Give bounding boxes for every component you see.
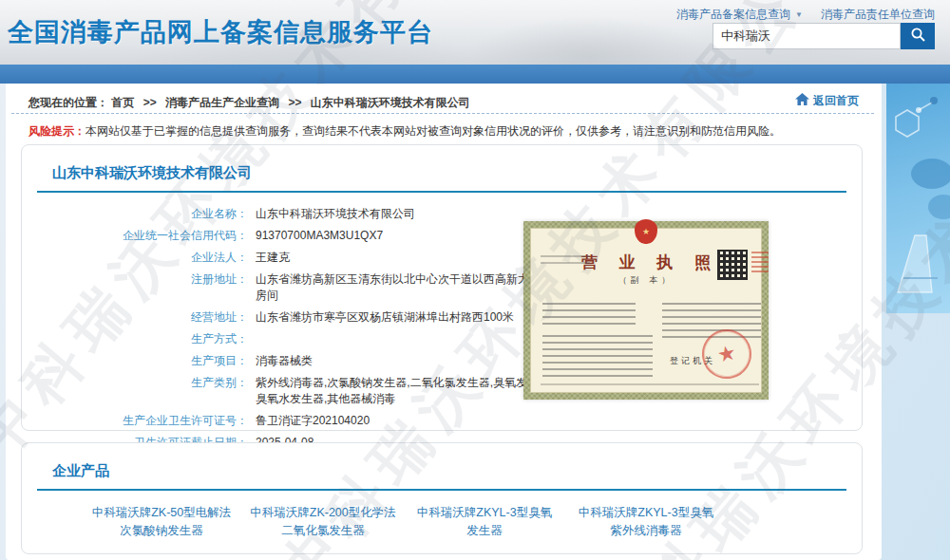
- section-divider: [37, 489, 846, 491]
- breadcrumb-divider: [11, 113, 874, 114]
- field-value: 紫外线消毒器,次氯酸钠发生器,二氧化氯发生器,臭氧发生器、臭氧水发生器,其他器械…: [248, 375, 571, 407]
- chemistry-art: [886, 84, 950, 313]
- field-value: 91370700MA3M3U1QX7: [248, 228, 571, 244]
- business-license-inner: 营 业 执 照 （副 本） 登记机关: [530, 228, 762, 393]
- product-list: 中科瑞沃牌ZK-50型电解法次氯酸钠发生器 中科瑞沃牌ZK-200型化学法二氧化…: [88, 504, 719, 541]
- page: 全国消毒产品网上备案信息服务平台 消毒产品备案信息查询 ▼ 消毒产品责任单位查询: [0, 0, 950, 560]
- field-value: 山东省潍坊市寒亭区双杨店镇湖淋埠出村路西100米: [248, 309, 571, 326]
- field-label: 生产方式：: [50, 331, 248, 347]
- field-label: 生产项目：: [50, 353, 248, 369]
- risk-notice-text: 本网站仅基于已掌握的信息提供查询服务，查询结果不代表本网站对被查询对象信用状况的…: [86, 124, 781, 138]
- field-row-production-mode: 生产方式：: [50, 331, 571, 347]
- risk-notice-label: 风险提示：: [28, 124, 86, 138]
- search-bar: [712, 23, 935, 49]
- products-card: 企业产品 中科瑞沃牌ZK-50型电解法次氯酸钠发生器 中科瑞沃牌ZK-200型化…: [21, 442, 863, 554]
- license-fine-print: [541, 383, 759, 388]
- search-input[interactable]: [712, 23, 901, 49]
- risk-notice: 风险提示：本网站仅基于已掌握的信息提供查询服务，查询结果不代表本网站对被查询对象…: [28, 123, 846, 140]
- field-value: 鲁卫消证字202104020: [248, 413, 571, 429]
- company-name-heading: 山东中科瑞沃环境技术有限公司: [52, 164, 252, 182]
- field-row-company-name: 企业名称： 山东中科瑞沃环境技术有限公司: [50, 206, 571, 222]
- site-title: 全国消毒产品网上备案信息服务平台: [8, 15, 433, 49]
- field-label: 经营地址：: [50, 309, 248, 326]
- field-value: 山东省潍坊高新区玉清东街以北中心次干道以西高新大厦502房间: [248, 271, 571, 304]
- business-license-image: 营 业 执 照 （副 本） 登记机关: [523, 221, 769, 400]
- company-info-card: 山东中科瑞沃环境技术有限公司 企业名称： 山东中科瑞沃环境技术有限公司 企业统一…: [21, 144, 863, 431]
- license-fine-print: [542, 335, 653, 381]
- molecule-flask-illustration: [886, 84, 950, 313]
- field-label: 企业法人：: [50, 250, 248, 266]
- field-row-legal-person: 企业法人： 王建克: [50, 250, 571, 266]
- field-value: 消毒器械类: [248, 353, 571, 369]
- blue-divider-bar: [0, 65, 950, 84]
- back-home-label: 返回首页: [813, 93, 859, 109]
- breadcrumb-prefix: 您现在的位置：: [28, 96, 108, 109]
- field-label: 企业名称：: [50, 206, 248, 222]
- product-link-zk200[interactable]: 中科瑞沃牌ZK-200型化学法二氧化氯发生器: [250, 504, 396, 541]
- breadcrumb-home-link[interactable]: 首页: [111, 96, 134, 109]
- top-nav: 消毒产品备案信息查询 ▼ 消毒产品责任单位查询: [676, 7, 935, 23]
- search-icon: [910, 27, 926, 46]
- field-row-hygiene-license-no: 生产企业卫生许可证号： 鲁卫消证字202104020: [50, 413, 571, 429]
- field-value: 山东中科瑞沃环境技术有限公司: [248, 206, 571, 222]
- field-label: 生产类别：: [50, 375, 248, 407]
- field-row-registered-address: 注册地址： 山东省潍坊高新区玉清东街以北中心次干道以西高新大厦502房间: [50, 271, 571, 304]
- field-label: 生产企业卫生许可证号：: [50, 413, 248, 429]
- nav-filing-info-query[interactable]: 消毒产品备案信息查询: [676, 7, 790, 23]
- field-value: 王建克: [248, 250, 571, 266]
- field-row-credit-code: 企业统一社会信用代码： 91370700MA3M3U1QX7: [50, 228, 571, 244]
- breadcrumb-current-page: 山东中科瑞沃环境技术有限公司: [311, 96, 470, 109]
- field-row-business-address: 经营地址： 山东省潍坊市寒亭区双杨店镇湖淋埠出村路西100米: [50, 309, 571, 326]
- qr-code: [717, 250, 748, 280]
- home-icon: [795, 93, 809, 109]
- license-fine-print: [541, 255, 590, 267]
- breadcrumb: 您现在的位置： 首页 >> 消毒产品生产企业查询 >> 山东中科瑞沃环境技术有限…: [28, 95, 470, 111]
- product-link-zkyl3-ozone[interactable]: 中科瑞沃牌ZKYL-3型臭氧发生器: [411, 504, 558, 541]
- chevron-down-icon: ▼: [795, 10, 803, 19]
- breadcrumb-separator: >>: [288, 96, 301, 109]
- products-heading: 企业产品: [52, 462, 109, 480]
- field-row-production-category: 生产类别： 紫外线消毒器,次氯酸钠发生器,二氧化氯发生器,臭氧发生器、臭氧水发生…: [50, 375, 571, 407]
- nav-responsible-unit-query[interactable]: 消毒产品责任单位查询: [821, 7, 935, 23]
- field-value: [248, 331, 571, 347]
- company-fields: 企业名称： 山东中科瑞沃环境技术有限公司 企业统一社会信用代码： 9137070…: [50, 206, 571, 457]
- back-home-link[interactable]: 返回首页: [795, 93, 859, 109]
- breadcrumb-enterprise-query-link[interactable]: 消毒产品生产企业查询: [165, 96, 279, 109]
- national-emblem-icon: [635, 219, 657, 244]
- breadcrumb-separator: >>: [143, 96, 157, 109]
- product-link-zk50[interactable]: 中科瑞沃牌ZK-50型电解法次氯酸钠发生器: [88, 504, 235, 541]
- product-link-zkyl3-uv[interactable]: 中科瑞沃牌ZKYL-3型臭氧紫外线消毒器: [573, 504, 719, 541]
- field-row-production-project: 生产项目： 消毒器械类: [50, 353, 571, 369]
- field-label: 企业统一社会信用代码：: [50, 228, 248, 244]
- license-fine-print: [542, 303, 636, 327]
- section-divider: [37, 191, 846, 193]
- site-banner: 全国消毒产品网上备案信息服务平台 消毒产品备案信息查询 ▼ 消毒产品责任单位查询: [0, 0, 950, 65]
- field-label: 注册地址：: [50, 271, 248, 304]
- search-button[interactable]: [901, 23, 935, 49]
